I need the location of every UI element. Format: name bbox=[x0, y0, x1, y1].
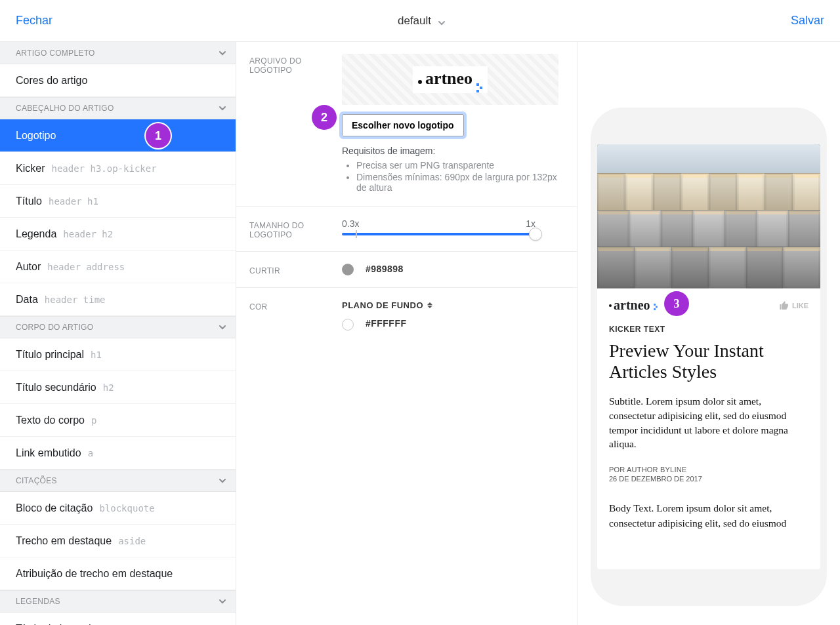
sidebar-item-date[interactable]: Dataheader time bbox=[0, 283, 236, 316]
thumbs-up-icon bbox=[779, 300, 789, 311]
section-label: CABEÇALHO DO ARTIGO bbox=[16, 104, 114, 113]
sidebar-item-hint: blockquote bbox=[99, 503, 154, 514]
slider-handle[interactable] bbox=[529, 228, 542, 241]
sidebar-item-blockquote[interactable]: Bloco de citaçãoblockquote bbox=[0, 492, 236, 525]
preview-date: 26 DE DEZEMBRO DE 2017 bbox=[609, 475, 808, 483]
sidebar-item-label: Título bbox=[16, 195, 42, 207]
topbar: Fechar default Salvar bbox=[0, 0, 840, 42]
row-logo-file: ARQUIVO DO LOGOTIPO artneo 2 Escolher no… bbox=[236, 42, 577, 207]
sidebar-item-h2[interactable]: Título secundárioh2 bbox=[0, 371, 236, 404]
sidebar-item-hint: header h1 bbox=[49, 196, 98, 207]
hero-image bbox=[597, 144, 820, 289]
field-label: COR bbox=[249, 300, 331, 330]
sidebar-item-hint: a bbox=[88, 448, 93, 458]
section-label: LEGENDAS bbox=[16, 597, 60, 606]
preview-byline: POR AUTHOR BYLINE bbox=[609, 466, 808, 474]
chevron-down-icon bbox=[438, 17, 446, 25]
badge-3: 3 bbox=[664, 291, 689, 316]
like-button[interactable]: LIKE bbox=[779, 300, 808, 311]
sidebar-item-hint: header address bbox=[47, 262, 125, 272]
section-label: CORPO DO ARTIGO bbox=[16, 323, 93, 332]
sidebar-item-colors[interactable]: Cores do artigo bbox=[0, 64, 236, 97]
badge-1: 1 bbox=[146, 123, 171, 148]
sidebar-item-pullquote[interactable]: Trecho em destaqueaside bbox=[0, 525, 236, 557]
badge-2: 2 bbox=[312, 105, 337, 130]
sidebar-item-label: Bloco de citação bbox=[16, 502, 93, 514]
preview-kicker: KICKER TEXT bbox=[609, 325, 808, 334]
sidebar-item-h1[interactable]: Título principalh1 bbox=[0, 338, 236, 371]
sidebar-item-small-caption-title[interactable]: Título de legenda pequena bbox=[0, 613, 236, 625]
sidebar-item-hint: p bbox=[91, 415, 96, 426]
sidebar-item-hint: aside bbox=[118, 536, 146, 546]
sidebar-item-logo[interactable]: Logotipo 1 bbox=[0, 119, 236, 152]
sidebar-item-inline-link[interactable]: Link embutidoa bbox=[0, 437, 236, 470]
requirements-title: Requisitos de imagem: bbox=[342, 146, 564, 156]
sidebar-item-label: Cores do artigo bbox=[16, 75, 87, 87]
sidebar-item-label: Título principal bbox=[16, 349, 84, 361]
sidebar-item-label: Texto do corpo bbox=[16, 414, 85, 426]
chevron-down-icon bbox=[219, 597, 226, 605]
color-value: #989898 bbox=[366, 264, 404, 274]
preview-title: Preview Your Instant Articles Styles bbox=[609, 340, 808, 382]
sidebar: ARTIGO COMPLETO Cores do artigo CABEÇALH… bbox=[0, 42, 236, 625]
color-target-dropdown[interactable]: PLANO DE FUNDO bbox=[342, 300, 432, 310]
preview-body-text: Body Text. Lorem ipsum dolor sit amet, c… bbox=[609, 501, 808, 531]
section-full-article[interactable]: ARTIGO COMPLETO bbox=[0, 42, 236, 64]
slider-min-label: 0.3x bbox=[342, 218, 359, 229]
close-link[interactable]: Fechar bbox=[16, 14, 52, 28]
sidebar-item-hint: header h3.op-kicker bbox=[51, 163, 156, 174]
chevron-down-icon bbox=[219, 49, 226, 57]
sidebar-item-label: Autor bbox=[16, 261, 41, 273]
logo-text: artneo bbox=[614, 298, 650, 313]
requirement-item: Precisa ser um PNG transparente bbox=[356, 160, 564, 171]
sidebar-item-legend[interactable]: Legendaheader h2 bbox=[0, 218, 236, 251]
phone-frame: artneo 3 LIKE KICKER TEXT Preview Your I… bbox=[591, 108, 827, 606]
color-value: #FFFFFF bbox=[366, 318, 407, 329]
chevron-down-icon bbox=[219, 323, 226, 331]
sidebar-item-hint: h1 bbox=[91, 350, 102, 360]
style-name: default bbox=[398, 14, 431, 28]
sidebar-item-pullquote-attribution[interactable]: Atribuição de trecho em destaque bbox=[0, 557, 236, 590]
sidebar-item-hint: header time bbox=[45, 294, 106, 305]
color-swatch[interactable] bbox=[342, 264, 354, 275]
logo-preview: artneo bbox=[342, 54, 558, 105]
preview-column: artneo 3 LIKE KICKER TEXT Preview Your I… bbox=[578, 42, 840, 625]
style-selector[interactable]: default bbox=[398, 14, 446, 28]
row-logo-size: TAMANHO DO LOGOTIPO 0.3x 1x bbox=[236, 207, 577, 252]
sidebar-item-kicker[interactable]: Kickerheader h3.op-kicker bbox=[0, 152, 236, 185]
sidebar-item-author[interactable]: Autorheader address bbox=[0, 251, 236, 283]
sidebar-item-title[interactable]: Títuloheader h1 bbox=[0, 185, 236, 218]
logo-text: artneo bbox=[425, 69, 472, 89]
choose-logo-button[interactable]: Escolher novo logotipo bbox=[342, 114, 464, 136]
chevron-down-icon bbox=[219, 104, 226, 112]
sidebar-item-hint: header h2 bbox=[63, 229, 113, 239]
sidebar-item-hint: h2 bbox=[103, 382, 114, 393]
editor-panel: ARQUIVO DO LOGOTIPO artneo 2 Escolher no… bbox=[236, 42, 578, 625]
color-swatch[interactable] bbox=[342, 319, 354, 331]
sidebar-item-body-text[interactable]: Texto do corpop bbox=[0, 404, 236, 437]
logo-size-slider[interactable]: 0.3x 1x bbox=[342, 218, 536, 235]
sidebar-item-label: Trecho em destaque bbox=[16, 535, 112, 547]
sidebar-item-label: Legenda bbox=[16, 228, 56, 240]
dropdown-label: PLANO DE FUNDO bbox=[342, 300, 423, 310]
section-label: CITAÇÕES bbox=[16, 476, 57, 485]
section-captions[interactable]: LEGENDAS bbox=[0, 590, 236, 613]
save-link[interactable]: Salvar bbox=[791, 14, 824, 28]
sidebar-item-label: Atribuição de trecho em destaque bbox=[16, 568, 173, 580]
sidebar-item-label: Data bbox=[16, 294, 38, 306]
slider-tick bbox=[356, 230, 357, 238]
section-article-body[interactable]: CORPO DO ARTIGO bbox=[0, 316, 236, 338]
sidebar-item-label: Título secundário bbox=[16, 382, 96, 393]
logo-image: artneo bbox=[413, 66, 488, 93]
like-label: LIKE bbox=[792, 302, 808, 310]
sort-icon bbox=[427, 302, 432, 308]
row-like-color: CURTIR #989898 bbox=[236, 252, 577, 288]
section-label: ARTIGO COMPLETO bbox=[16, 49, 95, 58]
section-quotes[interactable]: CITAÇÕES bbox=[0, 470, 236, 492]
preview-subtitle: Subtitle. Lorem ipsum dolor sit amet, co… bbox=[609, 394, 808, 451]
sidebar-item-label: Link embutido bbox=[16, 447, 81, 459]
field-label: TAMANHO DO LOGOTIPO bbox=[249, 218, 331, 239]
preview-logo: artneo 3 bbox=[609, 298, 658, 313]
row-color: COR PLANO DE FUNDO #FFFFFF bbox=[236, 288, 577, 342]
section-article-header[interactable]: CABEÇALHO DO ARTIGO bbox=[0, 97, 236, 119]
